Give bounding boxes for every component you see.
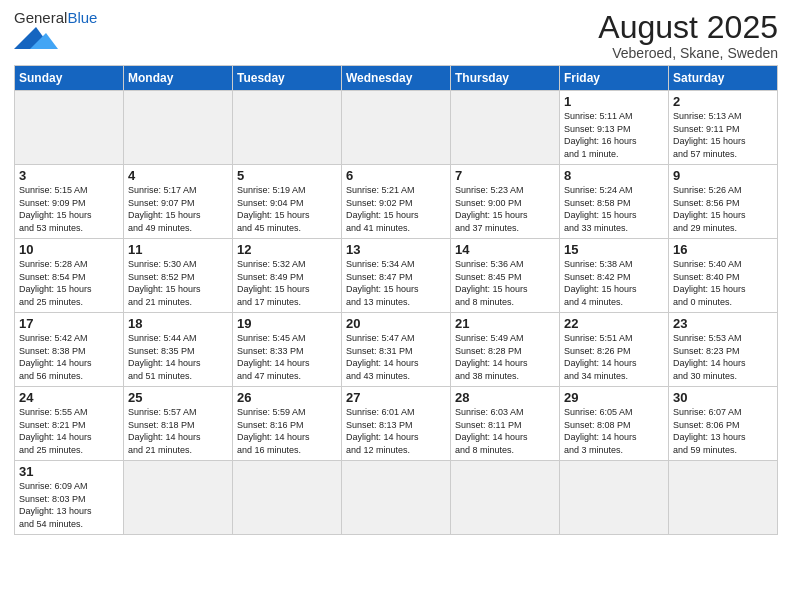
day-info: Sunrise: 5:51 AM Sunset: 8:26 PM Dayligh… — [564, 332, 664, 382]
day-number: 27 — [346, 390, 446, 405]
day-info: Sunrise: 5:36 AM Sunset: 8:45 PM Dayligh… — [455, 258, 555, 308]
table-row: 23Sunrise: 5:53 AM Sunset: 8:23 PM Dayli… — [669, 313, 778, 387]
day-info: Sunrise: 5:21 AM Sunset: 9:02 PM Dayligh… — [346, 184, 446, 234]
logo: GeneralBlue — [14, 10, 97, 53]
table-row: 25Sunrise: 5:57 AM Sunset: 8:18 PM Dayli… — [124, 387, 233, 461]
logo-general: General — [14, 9, 67, 26]
day-info: Sunrise: 5:55 AM Sunset: 8:21 PM Dayligh… — [19, 406, 119, 456]
day-number: 28 — [455, 390, 555, 405]
day-number: 20 — [346, 316, 446, 331]
table-row: 15Sunrise: 5:38 AM Sunset: 8:42 PM Dayli… — [560, 239, 669, 313]
day-info: Sunrise: 5:19 AM Sunset: 9:04 PM Dayligh… — [237, 184, 337, 234]
day-info: Sunrise: 5:38 AM Sunset: 8:42 PM Dayligh… — [564, 258, 664, 308]
table-row: 7Sunrise: 5:23 AM Sunset: 9:00 PM Daylig… — [451, 165, 560, 239]
day-number: 14 — [455, 242, 555, 257]
table-row — [342, 91, 451, 165]
col-sunday: Sunday — [15, 66, 124, 91]
day-info: Sunrise: 5:40 AM Sunset: 8:40 PM Dayligh… — [673, 258, 773, 308]
table-row: 8Sunrise: 5:24 AM Sunset: 8:58 PM Daylig… — [560, 165, 669, 239]
day-number: 8 — [564, 168, 664, 183]
day-info: Sunrise: 6:01 AM Sunset: 8:13 PM Dayligh… — [346, 406, 446, 456]
day-number: 15 — [564, 242, 664, 257]
day-number: 31 — [19, 464, 119, 479]
day-info: Sunrise: 5:57 AM Sunset: 8:18 PM Dayligh… — [128, 406, 228, 456]
table-row: 16Sunrise: 5:40 AM Sunset: 8:40 PM Dayli… — [669, 239, 778, 313]
table-row: 3Sunrise: 5:15 AM Sunset: 9:09 PM Daylig… — [15, 165, 124, 239]
day-number: 4 — [128, 168, 228, 183]
table-row: 26Sunrise: 5:59 AM Sunset: 8:16 PM Dayli… — [233, 387, 342, 461]
day-number: 16 — [673, 242, 773, 257]
col-wednesday: Wednesday — [342, 66, 451, 91]
table-row: 30Sunrise: 6:07 AM Sunset: 8:06 PM Dayli… — [669, 387, 778, 461]
table-row: 11Sunrise: 5:30 AM Sunset: 8:52 PM Dayli… — [124, 239, 233, 313]
table-row: 27Sunrise: 6:01 AM Sunset: 8:13 PM Dayli… — [342, 387, 451, 461]
day-info: Sunrise: 5:24 AM Sunset: 8:58 PM Dayligh… — [564, 184, 664, 234]
day-number: 6 — [346, 168, 446, 183]
col-tuesday: Tuesday — [233, 66, 342, 91]
table-row: 18Sunrise: 5:44 AM Sunset: 8:35 PM Dayli… — [124, 313, 233, 387]
table-row — [560, 461, 669, 535]
table-row: 10Sunrise: 5:28 AM Sunset: 8:54 PM Dayli… — [15, 239, 124, 313]
table-row: 6Sunrise: 5:21 AM Sunset: 9:02 PM Daylig… — [342, 165, 451, 239]
table-row — [15, 91, 124, 165]
table-row: 14Sunrise: 5:36 AM Sunset: 8:45 PM Dayli… — [451, 239, 560, 313]
day-info: Sunrise: 5:28 AM Sunset: 8:54 PM Dayligh… — [19, 258, 119, 308]
day-number: 9 — [673, 168, 773, 183]
day-number: 7 — [455, 168, 555, 183]
day-number: 25 — [128, 390, 228, 405]
day-info: Sunrise: 5:13 AM Sunset: 9:11 PM Dayligh… — [673, 110, 773, 160]
table-row: 19Sunrise: 5:45 AM Sunset: 8:33 PM Dayli… — [233, 313, 342, 387]
title-block: August 2025 Veberoed, Skane, Sweden — [598, 10, 778, 61]
day-number: 2 — [673, 94, 773, 109]
table-row: 22Sunrise: 5:51 AM Sunset: 8:26 PM Dayli… — [560, 313, 669, 387]
day-info: Sunrise: 5:53 AM Sunset: 8:23 PM Dayligh… — [673, 332, 773, 382]
day-info: Sunrise: 5:15 AM Sunset: 9:09 PM Dayligh… — [19, 184, 119, 234]
day-info: Sunrise: 5:44 AM Sunset: 8:35 PM Dayligh… — [128, 332, 228, 382]
day-number: 24 — [19, 390, 119, 405]
day-number: 3 — [19, 168, 119, 183]
table-row: 4Sunrise: 5:17 AM Sunset: 9:07 PM Daylig… — [124, 165, 233, 239]
day-info: Sunrise: 5:49 AM Sunset: 8:28 PM Dayligh… — [455, 332, 555, 382]
table-row: 29Sunrise: 6:05 AM Sunset: 8:08 PM Dayli… — [560, 387, 669, 461]
table-row — [124, 461, 233, 535]
day-number: 29 — [564, 390, 664, 405]
table-row: 17Sunrise: 5:42 AM Sunset: 8:38 PM Dayli… — [15, 313, 124, 387]
table-row — [451, 461, 560, 535]
table-row: 2Sunrise: 5:13 AM Sunset: 9:11 PM Daylig… — [669, 91, 778, 165]
table-row — [451, 91, 560, 165]
col-monday: Monday — [124, 66, 233, 91]
table-row: 20Sunrise: 5:47 AM Sunset: 8:31 PM Dayli… — [342, 313, 451, 387]
table-row: 5Sunrise: 5:19 AM Sunset: 9:04 PM Daylig… — [233, 165, 342, 239]
day-info: Sunrise: 5:26 AM Sunset: 8:56 PM Dayligh… — [673, 184, 773, 234]
table-row — [233, 91, 342, 165]
day-info: Sunrise: 5:42 AM Sunset: 8:38 PM Dayligh… — [19, 332, 119, 382]
table-row: 9Sunrise: 5:26 AM Sunset: 8:56 PM Daylig… — [669, 165, 778, 239]
col-friday: Friday — [560, 66, 669, 91]
day-info: Sunrise: 6:03 AM Sunset: 8:11 PM Dayligh… — [455, 406, 555, 456]
table-row: 21Sunrise: 5:49 AM Sunset: 8:28 PM Dayli… — [451, 313, 560, 387]
day-info: Sunrise: 5:23 AM Sunset: 9:00 PM Dayligh… — [455, 184, 555, 234]
logo-icon — [14, 27, 64, 49]
day-info: Sunrise: 5:32 AM Sunset: 8:49 PM Dayligh… — [237, 258, 337, 308]
table-row: 13Sunrise: 5:34 AM Sunset: 8:47 PM Dayli… — [342, 239, 451, 313]
table-row — [342, 461, 451, 535]
day-number: 18 — [128, 316, 228, 331]
table-row: 1Sunrise: 5:11 AM Sunset: 9:13 PM Daylig… — [560, 91, 669, 165]
day-number: 13 — [346, 242, 446, 257]
day-info: Sunrise: 5:34 AM Sunset: 8:47 PM Dayligh… — [346, 258, 446, 308]
day-info: Sunrise: 5:45 AM Sunset: 8:33 PM Dayligh… — [237, 332, 337, 382]
col-saturday: Saturday — [669, 66, 778, 91]
table-row — [233, 461, 342, 535]
logo-blue: Blue — [67, 9, 97, 26]
day-info: Sunrise: 5:11 AM Sunset: 9:13 PM Dayligh… — [564, 110, 664, 160]
day-number: 17 — [19, 316, 119, 331]
day-info: Sunrise: 6:05 AM Sunset: 8:08 PM Dayligh… — [564, 406, 664, 456]
day-info: Sunrise: 5:47 AM Sunset: 8:31 PM Dayligh… — [346, 332, 446, 382]
day-number: 1 — [564, 94, 664, 109]
day-number: 23 — [673, 316, 773, 331]
table-row — [669, 461, 778, 535]
location: Veberoed, Skane, Sweden — [598, 45, 778, 61]
day-number: 11 — [128, 242, 228, 257]
day-number: 26 — [237, 390, 337, 405]
day-info: Sunrise: 5:30 AM Sunset: 8:52 PM Dayligh… — [128, 258, 228, 308]
